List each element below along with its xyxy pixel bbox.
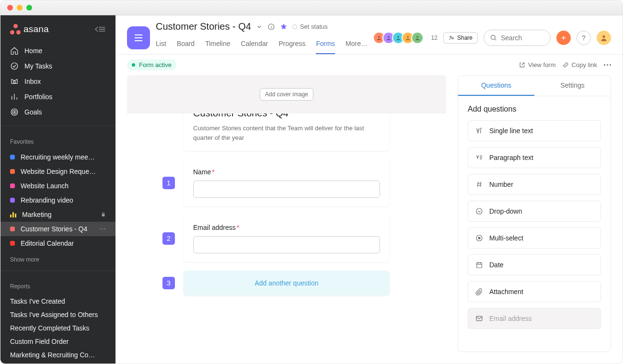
lock-icon: [101, 212, 106, 217]
sidebar-item-portfolios[interactable]: Portfolios: [0, 89, 115, 104]
svg-point-14: [602, 35, 605, 37]
svg-point-0: [11, 63, 18, 69]
question-number: 1: [162, 177, 175, 189]
tab-progress[interactable]: Progress: [278, 36, 305, 54]
question-type-paragraph[interactable]: Paragraph text: [468, 147, 601, 168]
question-type-date[interactable]: Date: [468, 254, 601, 275]
panel-tab-questions[interactable]: Questions: [458, 76, 534, 96]
star-icon[interactable]: [280, 23, 288, 31]
form-status-chip: Form active: [127, 59, 176, 70]
search-icon: [490, 34, 497, 41]
tab-forms[interactable]: Forms: [316, 36, 335, 54]
svg-point-1: [13, 81, 16, 83]
tab-calendar[interactable]: Calendar: [241, 36, 268, 54]
set-status-button[interactable]: Set status: [292, 23, 328, 30]
date-icon: [475, 261, 484, 269]
question-type-number[interactable]: Number: [468, 174, 601, 195]
question-card[interactable]: Email address*: [184, 215, 390, 262]
view-form-button[interactable]: View form: [519, 61, 556, 68]
question-label: Name*: [193, 168, 380, 176]
sidebar-report-item[interactable]: Marketing & Recruiting Co…: [0, 348, 115, 362]
project-title: Customer Stories - Q4: [156, 21, 251, 32]
sidebar-project[interactable]: Rebranding video: [0, 193, 115, 207]
number-icon: [475, 180, 484, 189]
question-type-text[interactable]: Single line text: [468, 120, 601, 141]
tab-board[interactable]: Board: [177, 36, 195, 54]
home-icon: [10, 46, 19, 55]
brand-logo[interactable]: asana: [10, 24, 49, 34]
sidebar-item-my-tasks[interactable]: My Tasks: [0, 58, 115, 74]
copy-link-button[interactable]: Copy link: [563, 61, 597, 68]
add-cover-image-button[interactable]: Add cover image: [260, 88, 313, 101]
sidebar-report-item[interactable]: Recently Completed Tasks: [0, 321, 115, 335]
project-color-dot: [10, 169, 15, 174]
sidebar-project[interactable]: Editorial Calendar: [0, 236, 115, 250]
user-avatar[interactable]: [597, 31, 611, 45]
my-tasks-icon: [10, 62, 19, 70]
question-number: 2: [162, 232, 175, 245]
project-color-dot: [10, 227, 15, 231]
inbox-icon: [10, 77, 19, 86]
sidebar: asana HomeMy TasksInboxPortfoliosGoals F…: [0, 15, 115, 364]
tab-timeline[interactable]: Timeline: [205, 36, 230, 54]
dropdown-icon: [475, 207, 484, 216]
add-question-button[interactable]: Add another question: [184, 271, 390, 296]
sidebar-project[interactable]: Customer Stories - Q4⋯: [0, 222, 115, 236]
chevron-down-icon[interactable]: [256, 23, 263, 30]
show-more-button[interactable]: Show more: [0, 252, 115, 267]
svg-rect-18: [477, 262, 482, 268]
member-avatars[interactable]: [376, 32, 424, 44]
project-color-dot: [10, 183, 15, 188]
goals-icon: [10, 108, 19, 116]
sidebar-report-item[interactable]: Tasks I've Created: [0, 295, 115, 308]
email-icon: [475, 314, 484, 323]
sidebar-project[interactable]: Website Design Reque…: [0, 164, 115, 179]
question-card[interactable]: Name*: [184, 159, 390, 206]
sidebar-item-goals[interactable]: Goals: [0, 104, 115, 120]
window-close[interactable]: [7, 5, 13, 11]
multiselect-icon: [475, 234, 484, 242]
paragraph-icon: [475, 153, 484, 162]
sidebar-project[interactable]: Marketing: [0, 207, 115, 222]
project-color-dot: [10, 198, 15, 203]
svg-point-15: [476, 208, 482, 214]
svg-point-8: [397, 36, 399, 38]
question-input[interactable]: [193, 181, 380, 198]
brand-name: asana: [23, 24, 49, 34]
sidebar-collapse-button[interactable]: [93, 25, 106, 33]
reports-heading: Reports: [0, 274, 115, 293]
svg-point-13: [491, 35, 496, 40]
window-maximize[interactable]: [26, 5, 32, 11]
search-input[interactable]: [484, 30, 551, 46]
svg-point-7: [388, 36, 390, 38]
avatar: [411, 32, 424, 44]
question-type-multiselect[interactable]: Multi-select: [468, 228, 601, 249]
question-type-dropdown[interactable]: Drop-down: [468, 201, 601, 222]
sidebar-project[interactable]: Recruiting weekly mee…: [0, 150, 115, 164]
svg-point-4: [14, 112, 15, 113]
window-titlebar: [0, 0, 623, 15]
question-label: Email address*: [193, 224, 380, 231]
sidebar-report-item[interactable]: Custom Field Order: [0, 335, 115, 348]
project-icon: [127, 26, 150, 49]
create-button[interactable]: [556, 31, 571, 45]
sidebar-item-inbox[interactable]: Inbox: [0, 74, 115, 89]
project-more-icon[interactable]: ⋯: [99, 225, 106, 233]
window-minimize[interactable]: [17, 5, 23, 11]
portfolios-icon: [10, 92, 19, 101]
info-icon[interactable]: [267, 23, 275, 31]
text-icon: [475, 126, 484, 135]
share-button[interactable]: Share: [443, 32, 478, 44]
panel-tab-settings[interactable]: Settings: [534, 76, 611, 96]
more-actions-button[interactable]: [604, 64, 611, 66]
sidebar-item-home[interactable]: Home: [0, 43, 115, 58]
question-input[interactable]: [193, 236, 380, 253]
question-type-attachment[interactable]: Attachment: [468, 281, 601, 302]
tab-list[interactable]: List: [156, 36, 166, 54]
sidebar-report-item[interactable]: Tasks I've Assigned to Others: [0, 308, 115, 321]
question-number: 3: [162, 277, 175, 289]
project-color-dot: [10, 241, 15, 246]
help-button[interactable]: ?: [577, 31, 591, 45]
sidebar-project[interactable]: Website Launch: [0, 179, 115, 193]
tab-more[interactable]: More…: [346, 36, 368, 54]
